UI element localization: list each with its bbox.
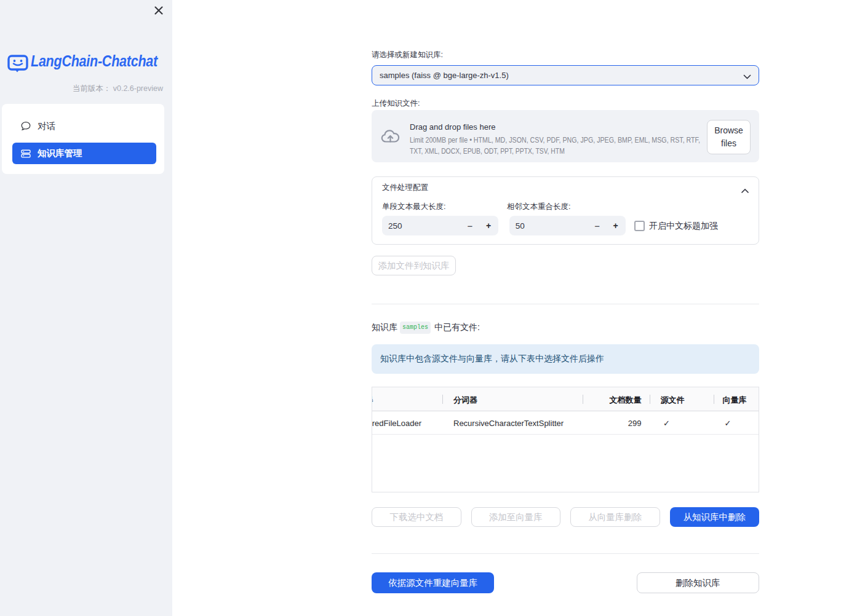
- kb-action-buttons: 依据源文件重建向量库 删除知识库: [372, 572, 759, 593]
- dropzone-limits: Limit 200MB per file • HTML, MD, JSON, C…: [410, 135, 736, 157]
- col-header-docs-count[interactable]: 文档数量: [610, 395, 642, 406]
- overlap-size-label: 相邻文本重合长度:: [507, 202, 570, 212]
- browse-files-button[interactable]: Browse files: [707, 120, 751, 154]
- delete-from-kb-button[interactable]: 从知识库中删除: [670, 507, 760, 527]
- cell-source-file-check: ✓: [663, 419, 670, 428]
- zh-title-enhance-label: 开启中文标题加强: [649, 221, 718, 232]
- chevron-down-icon: [743, 72, 752, 83]
- delete-from-vector-store-button[interactable]: 从向量库删除: [570, 507, 660, 527]
- hdd-stack-icon: [21, 149, 31, 159]
- menu-item-kb-management[interactable]: 知识库管理: [12, 143, 156, 164]
- overlap-size-value[interactable]: 50: [516, 221, 525, 231]
- col-header-source-file[interactable]: 源文件: [661, 395, 685, 406]
- info-alert-text: 知识库中包含源文件与向量库，请从下表中选择文件后操作: [380, 353, 604, 365]
- delete-kb-button[interactable]: 删除知识库: [637, 572, 759, 593]
- sidebar: LangChain-Chatchat 当前版本： v0.2.6-preview …: [0, 0, 172, 616]
- column-separator: [714, 395, 714, 404]
- kb-files-heading-prefix: 知识库: [372, 322, 397, 333]
- chunk-size-value[interactable]: 250: [388, 221, 402, 231]
- kb-files-heading-suffix: 中已有文件:: [434, 322, 480, 333]
- menu-item-chat-label: 对话: [38, 120, 55, 132]
- kb-files-heading: 知识库 samples 中已有文件:: [372, 322, 480, 334]
- chunk-size-label: 单段文本最大长度:: [382, 202, 445, 212]
- overlap-size-input[interactable]: 50 − +: [509, 216, 626, 235]
- dropzone-title: Drag and drop files here: [410, 122, 495, 132]
- divider: [372, 553, 759, 554]
- file-config-expander: 文件处理配置 单段文本最大长度: 相邻文本重合长度: 250 − + 50 − …: [372, 176, 759, 245]
- cell-docs-count: 299: [628, 419, 642, 428]
- column-separator: [442, 395, 443, 404]
- add-to-vector-store-button[interactable]: 添加至向量库: [471, 507, 561, 527]
- chunk-size-input[interactable]: 250 − +: [382, 216, 498, 235]
- main-content: 请选择或新建知识库: samples (faiss @ bge-large-zh…: [372, 0, 759, 616]
- column-separator: [583, 395, 583, 404]
- menu-item-kb-label: 知识库管理: [38, 148, 82, 159]
- cloud-upload-icon: [381, 128, 400, 145]
- kb-select-label: 请选择或新建知识库:: [372, 50, 443, 60]
- column-separator: [650, 395, 650, 404]
- dropzone-limit-line1: Limit 200MB per file • HTML, MD, JSON, C…: [410, 135, 700, 146]
- upload-label: 上传知识文件:: [372, 98, 420, 108]
- chunk-size-increment-button[interactable]: +: [479, 216, 498, 235]
- chatchat-logo-icon: [7, 55, 28, 73]
- chevron-up-icon[interactable]: [741, 185, 749, 196]
- divider: [372, 304, 759, 304]
- version-caption: 当前版本： v0.2.6-preview: [73, 84, 163, 94]
- info-alert: 知识库中包含源文件与向量库，请从下表中选择文件后操作: [372, 344, 759, 374]
- app-logo: LangChain-Chatchat: [7, 54, 165, 73]
- col-header-loader[interactable]: 文档加载器: [372, 395, 373, 406]
- expander-title[interactable]: 文件处理配置: [382, 183, 428, 193]
- app-logo-text: LangChain-Chatchat: [31, 52, 157, 70]
- kb-name-code-chip: samples: [400, 322, 431, 334]
- kb-select-value: samples (faiss @ bge-large-zh-v1.5): [380, 71, 509, 80]
- cell-splitter: RecursiveCharacterTextSplitter: [453, 419, 564, 428]
- rebuild-vector-store-button[interactable]: 依据源文件重建向量库: [372, 572, 494, 593]
- sidebar-close-button[interactable]: [152, 4, 165, 17]
- version-value: v0.2.6-preview: [113, 84, 163, 93]
- zh-title-enhance-checkbox[interactable]: [634, 221, 645, 231]
- close-icon: [152, 4, 165, 17]
- version-label: 当前版本：: [73, 84, 111, 93]
- chat-bubble-icon: [21, 121, 31, 131]
- add-files-to-kb-button[interactable]: 添加文件到知识库: [372, 256, 456, 275]
- col-header-vector-db[interactable]: 向量库: [723, 395, 747, 406]
- cell-loader: UnstructuredFileLoader: [372, 419, 421, 428]
- file-action-buttons: 下载选中文档 添加至向量库 从向量库删除 从知识库中删除: [372, 507, 759, 527]
- overlap-size-decrement-button[interactable]: −: [588, 216, 607, 235]
- download-selected-button[interactable]: 下载选中文档: [372, 507, 461, 527]
- overlap-size-increment-button[interactable]: +: [607, 216, 625, 235]
- sidebar-menu: 对话 知识库管理: [2, 104, 164, 174]
- chunk-size-decrement-button[interactable]: −: [461, 216, 479, 235]
- kb-files-table[interactable]: 文档加载器 分词器 文档数量 源文件 向量库 UnstructuredFileL…: [372, 387, 759, 492]
- menu-item-chat[interactable]: 对话: [12, 116, 156, 136]
- dropzone-limit-line2: TXT, XML, DOCX, EPUB, ODT, PPT, PPTX, TS…: [410, 146, 692, 157]
- kb-select[interactable]: samples (faiss @ bge-large-zh-v1.5): [372, 65, 759, 85]
- file-uploader-dropzone[interactable]: Drag and drop files here Limit 200MB per…: [372, 110, 759, 162]
- table-row[interactable]: UnstructuredFileLoader RecursiveCharacte…: [372, 411, 759, 435]
- col-header-splitter[interactable]: 分词器: [453, 395, 477, 406]
- cell-vector-db-check: ✓: [725, 419, 731, 428]
- table-header-row: 文档加载器 分词器 文档数量 源文件 向量库: [372, 387, 759, 411]
